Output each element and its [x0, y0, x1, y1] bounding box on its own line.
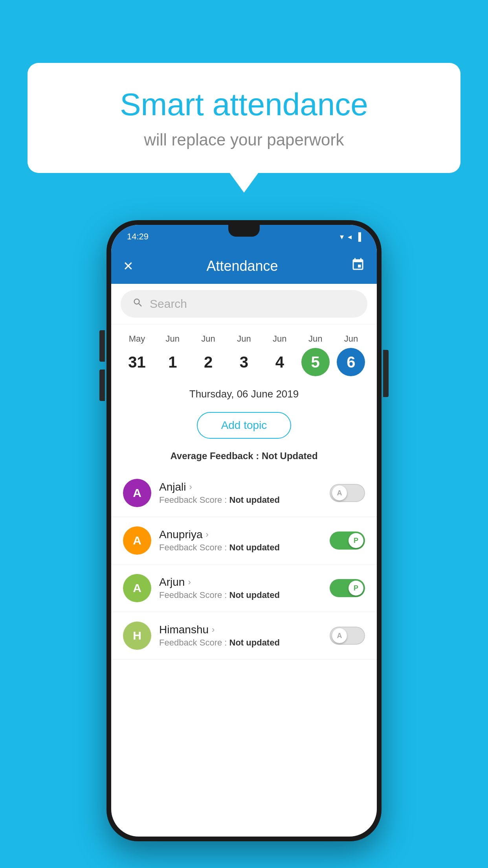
speech-bubble-container: Smart attendance will replace your paper… — [28, 63, 460, 173]
calendar-day[interactable]: Jun6 — [335, 334, 367, 376]
attendance-toggle[interactable]: P — [330, 531, 365, 550]
attendance-toggle[interactable]: A — [330, 627, 365, 645]
add-topic-container: Add topic — [111, 408, 377, 447]
notch — [228, 225, 260, 237]
power-button — [383, 350, 389, 397]
calendar-month-label: May — [129, 334, 145, 344]
phone-outer: 14:29 ▾ ◂ ▐ ✕ Attendance — [106, 220, 382, 841]
avatar: H — [123, 622, 151, 650]
search-input-placeholder: Search — [150, 297, 187, 311]
toggle-knob: A — [332, 628, 347, 643]
student-item[interactable]: AAnjali ›Feedback Score : Not updatedA — [111, 469, 377, 517]
calendar-month-label: Jun — [201, 334, 215, 344]
search-bar[interactable]: Search — [121, 290, 367, 318]
feedback-value: Not updated — [229, 590, 280, 600]
calendar-strip: May31Jun1Jun2Jun3Jun4Jun5Jun6 — [111, 324, 377, 380]
battery-icon: ▐ — [356, 232, 361, 241]
calendar-date[interactable]: 1 — [158, 348, 187, 376]
calendar-date[interactable]: 5 — [301, 348, 330, 376]
student-name: Anupriya › — [159, 528, 322, 541]
calendar-date[interactable]: 3 — [230, 348, 258, 376]
attendance-toggle-wrap: A — [330, 627, 365, 645]
student-item[interactable]: AArjun ›Feedback Score : Not updatedP — [111, 565, 377, 612]
date-display: Thursday, 06 June 2019 — [111, 380, 377, 408]
student-info: Anjali ›Feedback Score : Not updated — [159, 481, 322, 505]
avg-feedback-value: Not Updated — [262, 451, 318, 461]
student-info: Arjun ›Feedback Score : Not updated — [159, 576, 322, 600]
close-button[interactable]: ✕ — [123, 259, 134, 274]
status-icons: ▾ ◂ ▐ — [340, 232, 361, 241]
toggle-knob: P — [349, 533, 363, 548]
calendar-date[interactable]: 2 — [194, 348, 222, 376]
speech-bubble: Smart attendance will replace your paper… — [28, 63, 460, 173]
phone-wrapper: 14:29 ▾ ◂ ▐ ✕ Attendance — [106, 220, 382, 841]
speech-bubble-title: Smart attendance — [59, 86, 429, 123]
chevron-right-icon: › — [188, 577, 191, 587]
status-bar: 14:29 ▾ ◂ ▐ — [111, 225, 377, 248]
student-info: Himanshu ›Feedback Score : Not updated — [159, 623, 322, 648]
student-feedback: Feedback Score : Not updated — [159, 590, 322, 600]
attendance-toggle-wrap: P — [330, 579, 365, 597]
attendance-toggle-wrap: A — [330, 484, 365, 502]
chevron-right-icon: › — [206, 530, 209, 540]
student-name: Anjali › — [159, 481, 322, 493]
avatar: A — [123, 526, 151, 555]
wifi-icon: ▾ — [340, 232, 344, 241]
status-time: 14:29 — [127, 232, 149, 242]
calendar-month-label: Jun — [344, 334, 358, 344]
student-name: Arjun › — [159, 576, 322, 588]
calendar-day[interactable]: Jun4 — [264, 334, 296, 376]
calendar-icon[interactable] — [351, 257, 365, 275]
attendance-toggle[interactable]: P — [330, 579, 365, 597]
calendar-day[interactable]: Jun2 — [192, 334, 224, 376]
avg-feedback: Average Feedback : Not Updated — [111, 447, 377, 469]
student-info: Anupriya ›Feedback Score : Not updated — [159, 528, 322, 553]
toggle-knob: A — [332, 485, 347, 500]
add-topic-button[interactable]: Add topic — [197, 412, 292, 439]
student-item[interactable]: AAnupriya ›Feedback Score : Not updatedP — [111, 517, 377, 565]
volume-down-button — [99, 370, 105, 401]
phone-screen: 14:29 ▾ ◂ ▐ ✕ Attendance — [111, 225, 377, 837]
calendar-date[interactable]: 6 — [337, 348, 365, 376]
feedback-value: Not updated — [229, 542, 280, 552]
chevron-right-icon: › — [212, 625, 215, 635]
signal-icon: ◂ — [348, 232, 352, 241]
student-feedback: Feedback Score : Not updated — [159, 542, 322, 553]
avatar: A — [123, 574, 151, 602]
calendar-month-label: Jun — [273, 334, 286, 344]
student-feedback: Feedback Score : Not updated — [159, 495, 322, 505]
calendar-day[interactable]: Jun1 — [156, 334, 189, 376]
student-list: AAnjali ›Feedback Score : Not updatedAAA… — [111, 469, 377, 660]
calendar-month-label: Jun — [166, 334, 180, 344]
app-bar-title: Attendance — [206, 258, 278, 274]
student-feedback: Feedback Score : Not updated — [159, 638, 322, 648]
app-bar: ✕ Attendance — [111, 248, 377, 284]
avg-feedback-label: Average Feedback : — [170, 451, 262, 461]
calendar-day[interactable]: Jun5 — [299, 334, 332, 376]
calendar-day[interactable]: May31 — [121, 334, 153, 376]
calendar-day[interactable]: Jun3 — [228, 334, 260, 376]
chevron-right-icon: › — [189, 482, 192, 492]
feedback-value: Not updated — [229, 638, 280, 647]
search-container: Search — [111, 284, 377, 324]
calendar-date[interactable]: 31 — [123, 348, 151, 376]
calendar-date[interactable]: 4 — [266, 348, 294, 376]
search-icon — [132, 297, 143, 311]
attendance-toggle[interactable]: A — [330, 484, 365, 502]
calendar-month-label: Jun — [308, 334, 322, 344]
volume-up-button — [99, 330, 105, 362]
attendance-toggle-wrap: P — [330, 531, 365, 550]
feedback-value: Not updated — [229, 495, 280, 505]
student-name: Himanshu › — [159, 623, 322, 636]
student-item[interactable]: HHimanshu ›Feedback Score : Not updatedA — [111, 612, 377, 660]
speech-bubble-subtitle: will replace your paperwork — [59, 131, 429, 149]
toggle-knob: P — [349, 581, 363, 596]
avatar: A — [123, 479, 151, 507]
calendar-month-label: Jun — [237, 334, 251, 344]
